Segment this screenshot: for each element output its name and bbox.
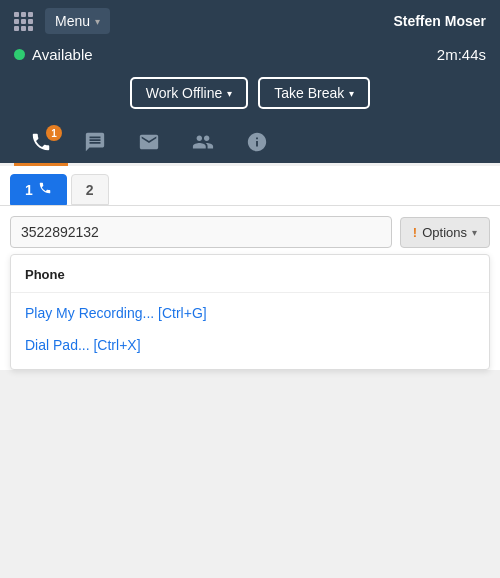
take-break-button[interactable]: Take Break ▾ — [258, 77, 370, 109]
nav-item-chat[interactable] — [68, 123, 122, 163]
options-chevron-icon: ▾ — [472, 227, 477, 238]
grid-icon — [14, 12, 33, 31]
chat-icon — [82, 129, 108, 155]
info-icon — [244, 129, 270, 155]
phone-badge: 1 — [46, 125, 62, 141]
options-label: Options — [422, 225, 467, 240]
main-content: 1 2 ! Options ▾ Phone Play My Recording.… — [0, 166, 500, 370]
status-timer: 2m:44s — [437, 46, 486, 63]
take-break-label: Take Break — [274, 85, 344, 101]
menu-chevron-icon: ▾ — [95, 16, 100, 27]
tab-1-phone-icon — [38, 181, 52, 198]
nav-item-phone[interactable]: 1 — [14, 123, 68, 166]
user-name: Steffen Moser — [393, 13, 486, 29]
dropdown-divider — [11, 292, 489, 293]
take-break-chevron-icon: ▾ — [349, 88, 354, 99]
nav-item-people[interactable] — [176, 123, 230, 163]
header-left: Menu ▾ — [14, 8, 110, 34]
tabs-row: 1 2 — [0, 166, 500, 206]
dropdown-item-recording[interactable]: Play My Recording... [Ctrl+G] — [11, 297, 489, 329]
status-bar: Available 2m:44s — [0, 42, 500, 71]
tab-1-number: 1 — [25, 182, 33, 198]
options-exclaim-icon: ! — [413, 225, 417, 240]
header-bar: Menu ▾ Steffen Moser — [0, 0, 500, 42]
phone-input[interactable] — [10, 216, 392, 248]
nav-item-email[interactable] — [122, 123, 176, 163]
tab-1[interactable]: 1 — [10, 174, 67, 205]
people-icon — [190, 129, 216, 155]
menu-button[interactable]: Menu ▾ — [45, 8, 110, 34]
options-button[interactable]: ! Options ▾ — [400, 217, 490, 248]
work-offline-chevron-icon: ▾ — [227, 88, 232, 99]
menu-label: Menu — [55, 13, 90, 29]
nav-item-info[interactable] — [230, 123, 284, 163]
work-offline-button[interactable]: Work Offline ▾ — [130, 77, 249, 109]
status-dot — [14, 49, 25, 60]
nav-bar: 1 — [0, 119, 500, 166]
tab-2[interactable]: 2 — [71, 174, 109, 205]
dropdown-section-header: Phone — [11, 263, 489, 288]
email-icon — [136, 129, 162, 155]
work-offline-label: Work Offline — [146, 85, 223, 101]
status-label: Available — [32, 46, 93, 63]
status-left: Available — [14, 46, 93, 63]
tab-2-number: 2 — [86, 182, 94, 198]
dropdown-menu: Phone Play My Recording... [Ctrl+G] Dial… — [10, 254, 490, 370]
dropdown-item-dialpad[interactable]: Dial Pad... [Ctrl+X] — [11, 329, 489, 361]
phone-row: ! Options ▾ — [0, 206, 500, 254]
action-bar: Work Offline ▾ Take Break ▾ — [0, 71, 500, 119]
